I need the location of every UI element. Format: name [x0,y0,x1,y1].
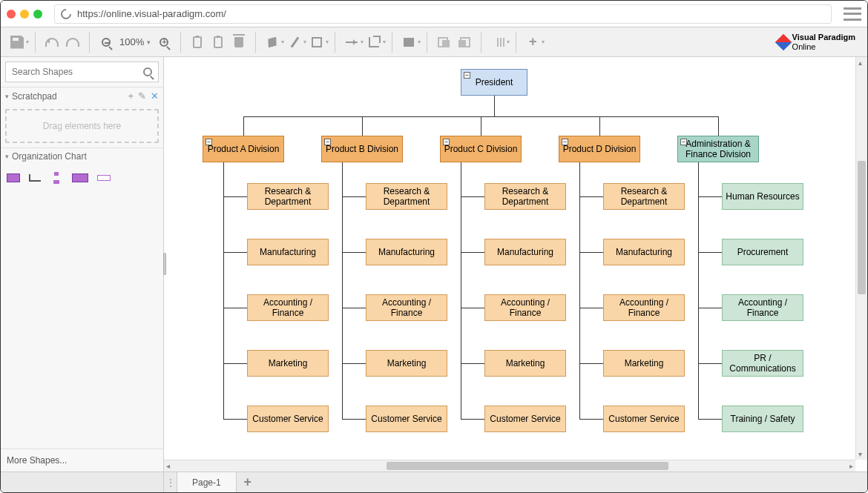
vertical-scrollbar[interactable]: ▴ ▾ [855,57,867,460]
org-node[interactable]: Human Resources [722,183,803,210]
search-input[interactable] [12,67,143,77]
bucket-icon [266,36,279,47]
org-node[interactable]: Customer Service [247,406,329,432]
zoom-level[interactable]: 100%▾ [116,36,154,47]
to-back-icon [458,37,470,47]
org-node[interactable]: Research & Department [484,183,566,210]
redo-button[interactable] [62,32,83,53]
zoom-out-button[interactable] [96,32,116,53]
org-node[interactable]: President− [461,69,527,96]
org-node[interactable]: Research & Department [366,183,447,210]
org-node[interactable]: Accounting / Finance [722,294,803,321]
scroll-up-icon[interactable]: ▴ [858,59,862,67]
connector-line [579,162,580,419]
org-node[interactable]: Customer Service [366,406,447,432]
address-bar[interactable]: https://online.visual-paradigm.com/ [54,4,832,24]
scroll-right-icon[interactable]: ▸ [849,462,853,470]
collapse-icon[interactable]: − [562,139,568,145]
to-back-button[interactable] [454,32,475,53]
vp-logo[interactable]: Visual ParadigmOnline [777,33,855,50]
shape-box-wide[interactable] [72,173,88,182]
page-menu-icon[interactable]: ⋮ [164,472,177,492]
org-node[interactable]: Marketing [603,350,685,377]
shape-box-outline[interactable] [97,175,111,181]
connector-style-button[interactable] [341,32,362,53]
edit-style-button[interactable] [398,32,419,53]
collapse-icon[interactable]: − [443,139,450,145]
org-node[interactable]: Training / Safety [722,406,803,432]
add-button[interactable]: + [522,32,543,53]
maximize-window-button[interactable] [33,10,42,19]
org-node[interactable]: Manufacturing [366,239,447,265]
org-node[interactable]: Manufacturing [603,239,685,265]
chevron-down-icon: ▾ [147,39,151,46]
save-button[interactable] [7,32,27,53]
collapse-icon[interactable]: − [206,139,212,145]
minimize-window-button[interactable] [20,10,29,19]
org-node[interactable]: PR / Communications [722,350,803,377]
org-node[interactable]: Procurement [722,239,803,265]
page-tab[interactable]: Page-1 [177,472,237,492]
scroll-down-icon[interactable]: ▾ [858,450,862,458]
reload-icon[interactable] [59,7,73,21]
org-node[interactable]: Manufacturing [484,239,566,265]
scrollbar-thumb[interactable] [387,462,668,470]
shape-box-filled[interactable] [7,173,20,182]
org-node[interactable]: Customer Service [603,406,685,432]
org-node[interactable]: Research & Department [247,183,329,210]
align-button[interactable] [487,32,508,53]
delete-button[interactable] [228,32,249,53]
scratchpad-dropzone[interactable]: Drag elements here [5,109,159,143]
menu-icon[interactable] [844,7,861,21]
org-node[interactable]: Manufacturing [247,239,329,265]
undo-button[interactable] [42,32,62,53]
connector-line [243,116,244,136]
search-shapes-input[interactable] [5,62,159,82]
collapse-icon[interactable]: − [464,72,470,79]
sidebar-resizer[interactable] [163,253,166,275]
add-page-button[interactable]: + [237,472,259,492]
connector-line [579,419,603,420]
org-node[interactable]: Product B Division− [321,136,403,162]
paste-button[interactable] [208,32,228,53]
org-node[interactable]: Administration & Finance Division− [677,136,759,162]
close-icon[interactable]: ✕ [151,90,159,102]
zoom-in-button[interactable] [154,32,174,53]
connector-line [494,96,495,116]
org-node[interactable]: Product A Division− [203,136,284,162]
org-node[interactable]: Accounting / Finance [484,294,566,321]
org-node[interactable]: Customer Service [484,406,566,432]
collapse-icon[interactable]: − [324,139,331,145]
close-window-button[interactable] [7,10,16,19]
more-shapes-link[interactable]: More Shapes... [1,449,163,472]
connector-line [223,363,247,364]
org-node[interactable]: Marketing [366,350,447,377]
canvas-area[interactable]: President−Product A Division−Research & … [164,57,867,472]
scratchpad-header[interactable]: ▾ Scratchpad + ✎ ✕ [1,87,163,105]
org-node[interactable]: Accounting / Finance [247,294,329,321]
org-node[interactable]: Marketing [484,350,566,377]
scrollbar-thumb[interactable] [858,161,866,294]
add-icon[interactable]: + [128,90,134,102]
org-node[interactable]: Product D Division− [559,136,640,162]
org-node[interactable]: Research & Department [603,183,685,210]
shadow-button[interactable] [306,32,327,53]
shape-connector[interactable] [29,174,41,182]
scroll-left-icon[interactable]: ◂ [166,462,170,470]
org-node[interactable]: Accounting / Finance [603,294,685,321]
copy-button[interactable] [187,32,208,53]
org-node[interactable]: Product C Division− [440,136,522,162]
orgchart-header[interactable]: ▾ Organization Chart [1,148,163,165]
edit-icon[interactable]: ✎ [138,90,146,102]
horizontal-scrollbar[interactable]: ◂ ▸ [164,460,855,472]
org-node[interactable]: Accounting / Finance [366,294,447,321]
org-node[interactable]: Marketing [247,350,329,377]
fill-color-button[interactable] [262,32,283,53]
shape-tree[interactable] [50,172,63,184]
to-front-button[interactable] [433,32,454,53]
waypoint-button[interactable] [364,32,384,53]
connector-line [342,363,366,364]
collapse-icon[interactable]: − [680,139,687,145]
line-color-button[interactable] [284,32,305,53]
scratchpad-title: Scratchpad [12,91,57,102]
